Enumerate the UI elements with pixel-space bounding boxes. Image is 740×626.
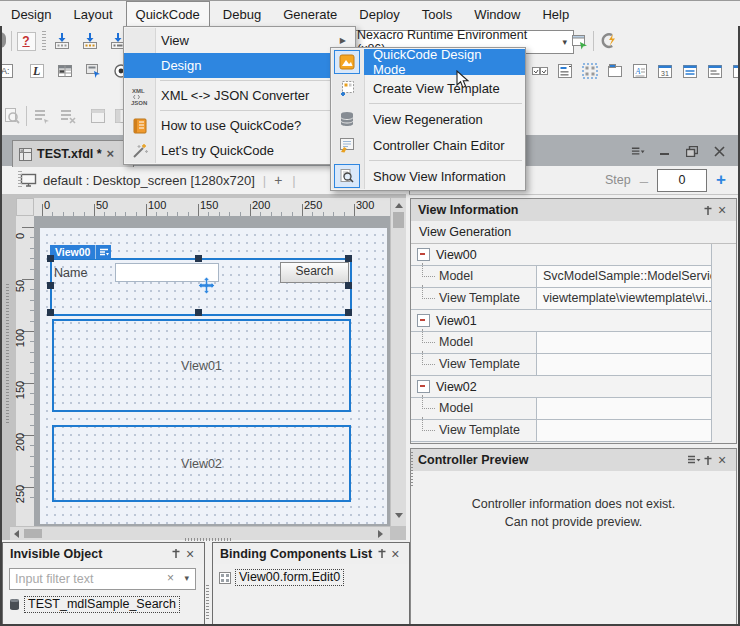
selection-handle[interactable] [345,255,352,262]
restore-icon[interactable] [685,144,699,158]
submenu-item-view-regeneration[interactable]: View Regeneration [331,106,525,132]
property-value[interactable] [536,420,711,441]
menu-item-xml-json-converter[interactable]: XML JSON XML <-> JSON Converter [124,83,355,108]
import-model-icon[interactable] [52,31,72,51]
selection-handle[interactable] [47,255,54,262]
form-work-area[interactable]: View00 Name Search View01 [34,216,390,526]
view02-container[interactable]: View02 [52,425,351,502]
name-static-label[interactable]: Name [54,266,87,280]
panel-close-icon[interactable]: × [715,203,729,217]
dataset-item-label[interactable]: TEST_mdlSample_Search [24,596,180,613]
menu-help[interactable]: Help [533,1,578,27]
bottom-splitter-handle[interactable] [185,538,231,541]
toolbar-drag-handle[interactable] [42,31,46,51]
menu-item-how-to-use[interactable]: How to use QuickCode? [124,113,355,138]
binding-component-item[interactable]: View00.form.Edit0 [219,569,344,586]
menu-design[interactable]: Design [2,1,60,27]
quickview-icon[interactable] [599,31,619,51]
submenu-item-show-view-information[interactable]: Show View Information [331,163,525,189]
dock-splitter-dots[interactable] [410,452,413,488]
vertical-scroll-thumb[interactable] [393,212,404,228]
view02-model-row[interactable]: Model [411,398,711,420]
pin-icon[interactable] [376,547,389,561]
menu-item-view[interactable]: View ▶ [124,28,355,53]
property-value[interactable]: SvcModelSample::ModelServic... [536,266,711,287]
tabpage-icon[interactable] [605,61,625,81]
view00-template-row[interactable]: View Template viewtemplate\viewtemplate\… [411,288,711,310]
search-button[interactable]: Search [280,262,349,283]
scroll-left-icon[interactable] [14,530,19,538]
view02-group-row[interactable]: View02 [411,376,711,398]
view00-tag[interactable]: View00 [50,245,111,259]
tab-close-icon[interactable]: × [107,149,115,159]
view01-template-row[interactable]: View Template [411,354,711,376]
submenu-item-create-view-template[interactable]: Create View Template [331,75,525,101]
clear-filter-icon[interactable]: × [167,571,174,585]
selection-handle[interactable] [47,282,54,289]
selection-handle[interactable] [345,309,352,316]
window-menu-icon[interactable] [631,144,645,158]
listbox-icon[interactable] [555,61,575,81]
collapse-icon[interactable] [417,380,430,393]
property-value[interactable]: viewtemplate\viewtemplate\vi... [536,288,711,309]
menu-tools[interactable]: Tools [413,1,461,27]
grid-component-icon[interactable] [55,61,75,81]
menu-window[interactable]: Window [465,1,529,27]
datepicker-icon[interactable] [705,61,725,81]
binding-item-label[interactable]: View00.form.Edit0 [235,569,344,586]
import-dataset-icon[interactable] [80,31,100,51]
view00-tag-menu-icon[interactable] [95,245,111,259]
scroll-up-icon[interactable] [395,203,403,208]
view01-group-row[interactable]: View01 [411,310,711,332]
step-minus-button[interactable]: – [640,172,648,189]
panel-menu-icon[interactable] [687,453,701,467]
menu-layout[interactable]: Layout [64,1,121,27]
view00-model-row[interactable]: Model SvcModelSample::ModelServic... [411,266,711,288]
help-icon[interactable]: ? [16,31,36,51]
calendar-icon[interactable]: 31 [655,61,675,81]
view01-container[interactable]: View01 [52,319,351,412]
pane-splitter-dots[interactable] [6,284,9,424]
component-insert-icon[interactable] [83,61,103,81]
view00-group-row[interactable]: View00 [411,244,711,266]
step-input[interactable] [657,169,707,192]
filter-dropdown-icon[interactable]: ▾ [184,573,189,583]
panel-close-icon[interactable]: × [389,547,402,561]
menu-deploy[interactable]: Deploy [350,1,408,27]
menu-generate[interactable]: Generate [274,1,346,27]
selection-area-icon[interactable] [580,61,600,81]
checkbox-group-icon[interactable] [530,61,550,81]
submenu-item-controller-chain-editor[interactable]: Controller Chain Editor [331,132,525,158]
add-layout-button[interactable]: + [274,172,282,188]
menu-quickcode[interactable]: QuickCode [126,1,210,27]
scroll-right-icon[interactable] [378,530,383,538]
panel-close-icon[interactable]: × [715,453,729,467]
property-value[interactable] [536,332,711,353]
monthcalendar-icon[interactable] [680,61,700,81]
menu-item-lets-try[interactable]: Let's try QuickCode [124,138,355,163]
combobox-arrow-icon[interactable]: ▾ [554,37,567,47]
tab-test-xfdl[interactable]: TEST.xfdl * × [12,140,134,167]
textarea-icon[interactable]: A [630,61,650,81]
vertical-scrollbar[interactable] [390,198,406,526]
panel-splitter-handle[interactable] [206,585,209,620]
close-window-icon[interactable] [712,144,726,158]
pin-icon[interactable] [701,453,715,467]
menu-item-design[interactable]: Design ▶ [124,53,355,78]
selection-handle[interactable] [345,282,352,289]
view02-template-row[interactable]: View Template [411,420,711,442]
static-text-icon[interactable]: L [27,61,47,81]
launch-project-icon[interactable] [570,31,590,51]
pin-icon[interactable] [701,203,715,217]
collapse-icon[interactable] [417,248,430,261]
layout-label[interactable]: default : Desktop_screen [1280x720] [43,173,255,188]
step-plus-button[interactable]: + [716,170,726,190]
layout-bar-drag-handle[interactable] [18,171,22,189]
selection-handle[interactable] [47,309,54,316]
property-value[interactable] [536,398,711,419]
horizontal-scroll-thumb[interactable] [24,529,42,538]
panel-close-icon[interactable]: × [183,547,197,561]
collapse-icon[interactable] [417,314,430,327]
submenu-item-quickcode-design-mode[interactable]: QuickCode Design Mode [331,49,525,75]
menu-debug[interactable]: Debug [214,1,270,27]
